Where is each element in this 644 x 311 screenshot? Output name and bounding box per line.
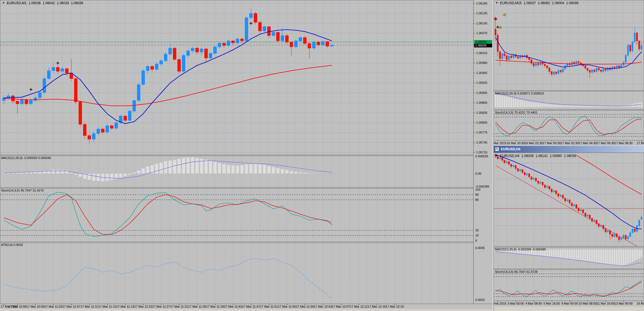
h4-macd-label: MACD(12,26,9) -0.003399 -0.005485 — [495, 248, 546, 251]
time-label: 17 Mar 11:43 — [224, 305, 242, 308]
time-label: 9 Mar 00:00 — [561, 302, 578, 305]
h4-macd-splitter[interactable] — [494, 246, 644, 247]
indicator-axis-label: 0.0005 — [475, 246, 485, 250]
time-label: 17 Mar 11:07 — [62, 305, 80, 308]
price-tick-mark — [474, 33, 475, 33]
h4-close-value: 1.06039 — [564, 154, 576, 158]
m1-time-axis[interactable]: 17 Mar 201517 Mar 10:5517 Mar 10:5917 Ma… — [0, 304, 473, 309]
ask-price-box: 1.06049 — [474, 40, 492, 44]
indicator-axis-label: 90 — [475, 193, 479, 196]
time-label: 27 Feb 2015 — [494, 302, 506, 305]
time-label: 17 Mar 11:55 — [278, 305, 296, 308]
time-label: 11 Mar 16:00 — [597, 302, 615, 305]
price-tick-mark — [474, 113, 475, 113]
m1-macd-label: MACD(12,26,9) -0.000003 0.000045 — [1, 156, 51, 160]
price-tick-mark — [474, 63, 475, 63]
price-tick-mark — [474, 132, 475, 133]
price-tick-mark — [474, 23, 475, 24]
indicator-axis-label: 20 — [475, 229, 479, 232]
price-tick-mark — [474, 103, 475, 103]
time-label: 17 Mar 11:19 — [116, 305, 134, 308]
price-tick-label: 1.06015 — [476, 51, 487, 55]
price-tick-label: 1.05715 — [476, 151, 487, 154]
m1-time-axis-corner — [473, 304, 493, 309]
price-tick-mark — [474, 93, 475, 93]
price-tick-mark — [474, 142, 475, 143]
h4-window-title: EURUSD,H4 — [501, 147, 520, 151]
price-tick-label: 1.05955 — [476, 71, 487, 75]
chevron-down-icon[interactable]: ▼ — [495, 1, 498, 5]
time-label: 13 Mar 00:00 — [615, 302, 633, 305]
m1-open-value: 1.06036 — [29, 1, 41, 5]
h4-window-bottom-frame — [494, 306, 644, 311]
h4-stoch-splitter[interactable] — [494, 269, 644, 270]
time-label: 17 Mar 11:15 — [98, 305, 116, 308]
time-label: 17 Mar 04:30 — [579, 141, 597, 145]
m1-window-bottom-frame — [0, 309, 493, 311]
chart-window-icon — [495, 147, 499, 151]
h4-symbol-label: EURUSD,H4 — [500, 154, 519, 158]
time-label: 17 Mar 12:15 — [368, 305, 386, 308]
time-label: 17 Mar 11:39 — [206, 305, 224, 308]
m1-atr-splitter[interactable] — [0, 242, 493, 243]
price-tick-mark — [474, 73, 475, 73]
time-label: 17 Mar 12:11 — [350, 305, 368, 308]
price-tick-label: 1.06135 — [476, 11, 487, 15]
time-label: 17 Mar 02:30 — [561, 141, 579, 145]
m1-stoch-splitter[interactable] — [0, 187, 493, 188]
h4-low-value: 1.05990 — [550, 154, 562, 158]
time-label: 17 Mar 11:47 — [242, 305, 260, 308]
chevron-down-icon[interactable]: ▼ — [495, 154, 498, 158]
m1-stoch-label: Stoch(14,3,5) 36.7347 31.4270 — [1, 189, 44, 192]
price-tick-label: 1.06165 — [476, 2, 487, 5]
m15-macd-label: MACD(12,26,9) 0.000871 0.000819 — [495, 92, 544, 95]
time-label: 17 Mar 11:35 — [188, 305, 206, 308]
price-tick-label: 1.05775 — [476, 131, 487, 134]
window-divider — [493, 0, 494, 311]
time-label: 17 Mar 11:11 — [80, 305, 98, 308]
time-label: 17 Mar 12:07 — [332, 305, 350, 308]
price-tick-label: 1.05835 — [476, 111, 487, 114]
price-tick-label: 1.06075 — [476, 31, 487, 35]
m1-atr-label: ATR(14) 0.0003 — [1, 243, 23, 247]
time-label: 17 Mar 11:03 — [44, 305, 62, 308]
m15-macd-splitter[interactable] — [494, 90, 644, 91]
m15-symbol-label: EURUSD,M15 — [500, 1, 522, 5]
price-tick-mark — [474, 83, 475, 83]
m15-stoch-splitter[interactable] — [494, 109, 644, 110]
m15-stoch-label: Stoch(14,3,5) 75.4231 70.4401 — [495, 111, 538, 114]
time-label: 17 Mar 08:30 — [615, 141, 633, 145]
indicator-axis-label: 0.00 — [475, 172, 481, 175]
h4-high-value: 1.06141 — [536, 154, 548, 158]
price-tick-label: 1.05745 — [476, 141, 487, 144]
time-label: 17 Mar 11:23 — [134, 305, 152, 308]
m1-symbol-label: EURUSD,M1 — [7, 1, 27, 5]
time-label: 16 Mar 2015 — [494, 141, 506, 145]
time-label: 17 Mar 10:55 — [8, 305, 27, 308]
h4-ohlc-header: ▼ EURUSD,H4 1.06036 1.06141 1.05990 1.06… — [495, 154, 576, 158]
time-label: 17 Mar 11:51 — [260, 305, 278, 308]
time-label: 17 Mar — [637, 141, 644, 145]
metatrader-workspace: ▼ EURUSD,M1 1.06036 1.06042 1.06033 1.06… — [0, 0, 644, 311]
m15-low-value: 1.06004 — [552, 1, 564, 5]
m1-low-value: 1.06033 — [57, 1, 69, 5]
time-label: 17 Mar 12:19 — [386, 305, 404, 308]
time-label: 17 Mar 00:30 — [543, 141, 561, 145]
m1-price-axis[interactable]: 1.06049 1.06039 1.061651.061351.061051.0… — [473, 0, 493, 304]
h4-window-titlebar[interactable]: EURUSD,H4 — [494, 146, 644, 153]
time-label: 16 Mar 22:30 — [525, 141, 543, 145]
indicator-axis-label: 0.0002 — [475, 298, 485, 301]
price-tick-label: 1.05895 — [476, 91, 487, 95]
m15-time-axis[interactable]: 16 Mar 201516 Mar 20:3016 Mar 22:3017 Ma… — [494, 140, 644, 146]
time-label: 17 Mar 11:31 — [170, 305, 188, 308]
h4-time-axis[interactable]: 27 Feb 20153 Mar 00:004 Mar 08:005 Mar 1… — [494, 301, 644, 307]
m15-ohlc-header: ▼ EURUSD,M15 1.06037 1.06062 1.06004 1.0… — [495, 1, 578, 5]
h4-stoch-label: Stoch(14,3,5) 66.7047 61.9728 — [495, 270, 538, 273]
chevron-down-icon[interactable]: ▼ — [2, 1, 5, 5]
indicator-axis-label: 10 — [475, 234, 479, 237]
m1-chart-canvas[interactable] — [0, 0, 473, 304]
indicator-axis-label: 100 — [475, 188, 480, 191]
price-tick-label: 1.05805 — [476, 121, 487, 124]
m1-macd-splitter[interactable] — [0, 155, 493, 156]
indicator-axis-label: 0.000526 — [475, 155, 488, 158]
